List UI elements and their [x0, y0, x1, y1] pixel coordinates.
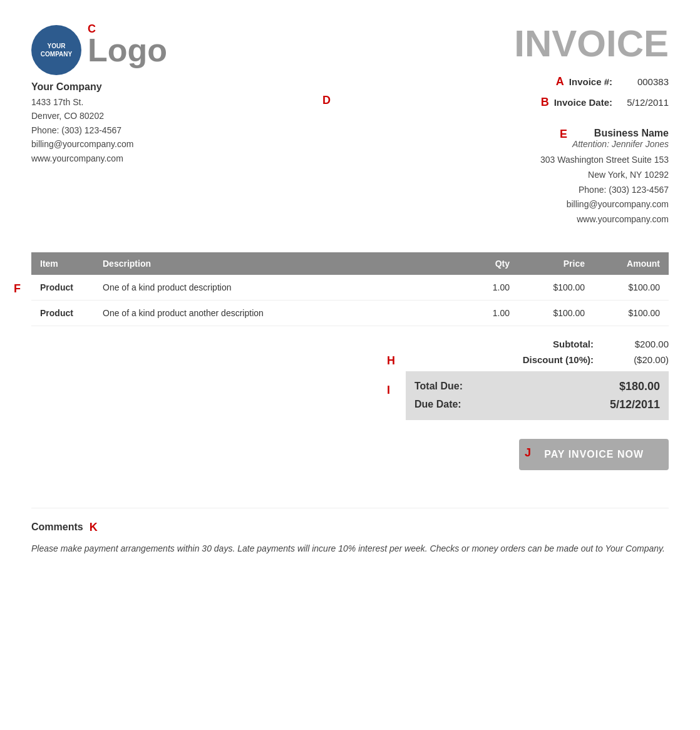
company-details: 1433 17th St. Denver, CO 80202 Phone: (3… [31, 95, 318, 165]
total-due-row: Total Due: $180.00 [414, 380, 660, 393]
col-description: Description [94, 252, 468, 275]
comments-title: Comments [31, 522, 83, 533]
col-amount: Amount [594, 252, 669, 275]
comments-section: Comments K Please make payment arrangeme… [31, 508, 669, 557]
annotation-h: H [387, 354, 395, 368]
table-row: Product F One of a kind product descript… [31, 275, 669, 301]
discount-value: ($20.00) [606, 354, 669, 365]
col-item: Item [31, 252, 94, 275]
left-column: YOURCOMPANY C Logo D Your Company 1433 1… [31, 25, 318, 227]
invoice-number-label-wrapper: A Invoice #: [556, 75, 612, 88]
row1-price: $100.00 [518, 275, 594, 301]
invoice-date-row: B Invoice Date: 5/12/2011 [541, 96, 669, 109]
pay-invoice-button[interactable]: PAY INVOICE NOW [519, 439, 669, 470]
invoice-number-row: A Invoice #: 000383 [556, 75, 669, 88]
table-row: Product One of a kind product another de… [31, 300, 669, 326]
bill-to-attention: Attention: Jennifer Jones [572, 139, 669, 149]
annotation-c: C [88, 23, 96, 36]
invoice-title: INVOICE [350, 25, 669, 63]
due-date-label: Due Date: [414, 399, 461, 410]
bill-to-header: E Business Name Attention: Jennifer Jone… [350, 128, 669, 153]
row2-price: $100.00 [518, 300, 594, 326]
annotation-j: J [525, 446, 531, 460]
top-section: YOURCOMPANY C Logo D Your Company 1433 1… [31, 25, 669, 227]
logo-area: YOURCOMPANY C Logo [31, 25, 318, 75]
discount-label: Discount (10%): [406, 354, 594, 365]
due-date-value: 5/12/2011 [610, 398, 660, 411]
totals-section: Subtotal: $200.00 H Discount (10%): ($20… [31, 339, 669, 420]
bill-to: E Business Name Attention: Jennifer Jone… [350, 128, 669, 227]
row1-item-name: Product [40, 282, 73, 292]
subtotal-value: $200.00 [606, 339, 669, 349]
subtotal-row: Subtotal: $200.00 [406, 339, 669, 349]
logo-text-wrapper: C Logo [88, 34, 167, 66]
bill-to-email: billing@yourcompany.com [350, 197, 669, 212]
bill-to-name-block: Business Name Attention: Jennifer Jones [572, 128, 669, 153]
bill-to-phone: Phone: (303) 123-4567 [350, 183, 669, 198]
row1-amount: $100.00 [594, 275, 669, 301]
bill-to-address1: 303 Washington Street Suite 153 [350, 153, 669, 168]
total-due-label: Total Due: [414, 381, 463, 392]
invoice-meta: A Invoice #: 000383 B Invoice Date: 5/12… [350, 75, 669, 113]
invoice-number-value: 000383 [619, 76, 669, 87]
company-email: billing@yourcompany.com [31, 137, 318, 151]
table-header-row: Item Description Qty Price Amount [31, 252, 669, 275]
annotation-b: B [541, 96, 549, 109]
due-date-row: Due Date: 5/12/2011 [414, 398, 660, 411]
right-column: INVOICE A Invoice #: 000383 B Invoice Da… [350, 25, 669, 227]
bill-to-name: Business Name [572, 128, 669, 139]
company-address2: Denver, CO 80202 [31, 109, 318, 123]
invoice-date-label: Invoice Date: [554, 97, 612, 108]
annotation-k: K [90, 521, 98, 534]
pay-section: J PAY INVOICE NOW [31, 439, 669, 470]
row2-item-name: Product [40, 308, 73, 318]
row2-item: Product [31, 300, 94, 326]
annotation-d: D [322, 94, 331, 107]
comments-header: Comments K [31, 521, 669, 534]
logo-big-text: Logo [88, 34, 167, 66]
col-price: Price [518, 252, 594, 275]
annotation-a: A [556, 75, 564, 88]
annotation-i: I [387, 384, 390, 397]
col-qty: Qty [468, 252, 518, 275]
bill-to-website: www.yourcompany.com [350, 212, 669, 227]
invoice-number-label: Invoice #: [569, 76, 612, 87]
invoice-date-value: 5/12/2011 [619, 97, 669, 108]
company-name: Your Company [31, 81, 318, 93]
company-phone: Phone: (303) 123-4567 [31, 123, 318, 137]
company-info: D Your Company 1433 17th St. Denver, CO … [31, 81, 318, 165]
company-address1: 1433 17th St. [31, 95, 318, 109]
totals-table: Subtotal: $200.00 H Discount (10%): ($20… [406, 339, 669, 420]
annotation-e: E [560, 128, 567, 141]
bill-to-address2: New York, NY 10292 [350, 168, 669, 183]
row2-qty: 1.00 [468, 300, 518, 326]
invoice-date-label-wrapper: B Invoice Date: [541, 96, 612, 109]
row2-description: One of a kind product another descriptio… [94, 300, 468, 326]
logo-circle-text: YOURCOMPANY [41, 42, 72, 58]
row1-qty: 1.00 [468, 275, 518, 301]
row2-amount: $100.00 [594, 300, 669, 326]
discount-row: H Discount (10%): ($20.00) [406, 354, 669, 365]
bill-to-details: 303 Washington Street Suite 153 New York… [350, 153, 669, 227]
total-due-value: $180.00 [619, 380, 660, 393]
invoice-table: Item Description Qty Price Amount Produc… [31, 252, 669, 326]
company-website: www.yourcompany.com [31, 152, 318, 165]
row1-item: Product F [31, 275, 94, 301]
total-due-box: I Total Due: $180.00 Due Date: 5/12/2011 [406, 371, 669, 420]
logo-circle: YOURCOMPANY [31, 25, 81, 75]
row1-description: One of a kind product description [94, 275, 468, 301]
subtotal-label: Subtotal: [406, 339, 594, 349]
comments-text: Please make payment arrangements within … [31, 542, 669, 557]
annotation-f: F [14, 282, 21, 296]
